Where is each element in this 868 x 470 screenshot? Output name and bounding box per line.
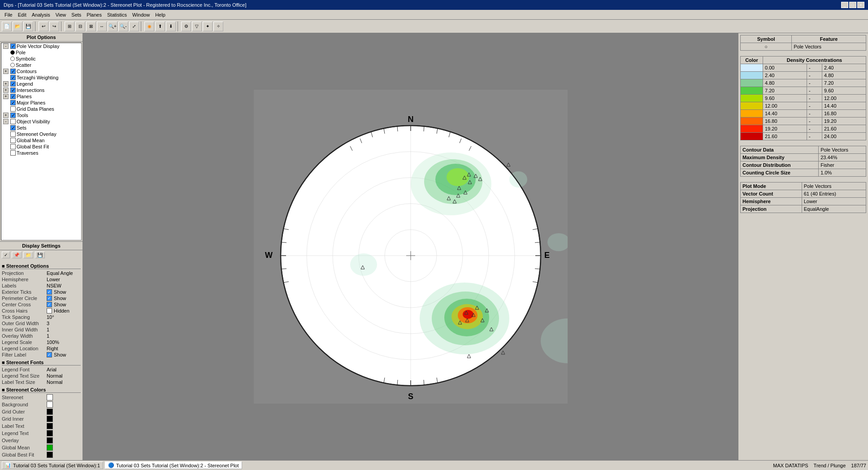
filter-btn[interactable]: ▽ xyxy=(192,22,202,31)
radio-scatter[interactable] xyxy=(10,63,15,67)
expander-object-visibility[interactable]: - xyxy=(3,119,9,124)
zoom-fit-button[interactable]: ⤢ xyxy=(129,22,139,31)
cb-contours[interactable]: ✓ xyxy=(10,69,16,74)
tree-item-intersections[interactable]: + ✓ Intersections xyxy=(1,87,81,93)
tree-item-scatter[interactable]: Scatter xyxy=(1,62,81,68)
menu-window[interactable]: Window xyxy=(130,11,152,18)
menu-view[interactable]: View xyxy=(53,11,69,18)
ds-pin-btn[interactable]: 📌 xyxy=(12,252,22,258)
tool-btn-2[interactable]: ✧ xyxy=(213,22,223,31)
radio-pole[interactable] xyxy=(10,50,15,55)
maximize-button[interactable]: □ xyxy=(849,2,856,8)
tree-item-sets[interactable]: ✓ Sets xyxy=(1,125,81,131)
view-btn-4[interactable]: ↔ xyxy=(97,22,107,31)
cb-legend[interactable]: ✓ xyxy=(10,81,16,87)
open-button[interactable]: 📂 xyxy=(13,22,22,31)
cb-global-best-fit[interactable] xyxy=(10,144,16,149)
zoom-out-button[interactable]: 🔍- xyxy=(118,22,128,31)
tree-item-global-best-fit[interactable]: Global Best Fit xyxy=(1,144,81,150)
ds-checkmark-btn[interactable]: ✓ xyxy=(2,252,10,258)
tab-set-window-1[interactable]: 📊 Tutorial 03 Sets Tutorial (Set Window)… xyxy=(2,461,103,469)
cb-terzaghi[interactable]: ✓ xyxy=(10,75,16,80)
tree-item-stereonet-overlay[interactable]: Stereonet Overlay xyxy=(1,131,81,137)
tree-item-symbolic[interactable]: Symbolic xyxy=(1,56,81,62)
view-btn-1[interactable]: ⊞ xyxy=(65,22,74,31)
cb-exterior-ticks[interactable]: ✓ xyxy=(47,289,52,295)
undo-button[interactable]: ↩ xyxy=(39,22,48,31)
tree-item-tools[interactable]: + ✓ Tools xyxy=(1,112,81,118)
cb-sets[interactable]: ✓ xyxy=(10,125,16,131)
swatch-legend-text[interactable] xyxy=(47,430,53,436)
color-wheel-button[interactable]: ◉ xyxy=(144,22,154,31)
swatch-global-mean[interactable] xyxy=(47,444,53,451)
expander-pole-vector[interactable]: - xyxy=(3,44,9,49)
menu-help[interactable]: Help xyxy=(152,11,168,18)
swatch-stereonet[interactable] xyxy=(47,394,53,400)
menu-statistics[interactable]: Statistics xyxy=(104,11,130,18)
cb-pole-vector[interactable]: ✓ xyxy=(10,44,16,49)
tree-item-object-visibility[interactable]: - Object Visibility xyxy=(1,118,81,125)
swatch-global-best-fit[interactable] xyxy=(47,452,53,458)
cb-center-cross[interactable]: ✓ xyxy=(47,302,52,307)
setting-labels-value: NSEW xyxy=(47,283,81,288)
ds-save-btn[interactable]: 💾 xyxy=(35,252,45,258)
display-settings-header: Display Settings xyxy=(0,241,82,250)
display-settings-toolbar: ✓ 📌 📁 💾 xyxy=(0,250,82,260)
tab-stereonet-plot[interactable]: 🔵 Tutorial 03 Sets Tutorial (Set Window)… xyxy=(105,461,242,469)
cb-stereonet-overlay[interactable] xyxy=(10,131,16,137)
density-row-3: 4.80 - 7.20 xyxy=(741,79,866,87)
swatch-label-text[interactable] xyxy=(47,423,53,429)
new-button[interactable]: 📄 xyxy=(2,22,12,31)
cb-object-visibility[interactable] xyxy=(10,119,16,124)
tree-item-traverses[interactable]: Traverses xyxy=(1,150,81,156)
cb-intersections[interactable]: ✓ xyxy=(10,87,16,93)
minimize-button[interactable]: _ xyxy=(841,2,848,8)
tree-item-grid-data-planes[interactable]: Grid Data Planes xyxy=(1,106,81,112)
swatch-grid-inner[interactable] xyxy=(47,416,53,422)
cb-cross-hairs[interactable] xyxy=(47,308,52,313)
swatch-overlay[interactable] xyxy=(47,437,53,444)
cb-filter-label[interactable]: ✓ xyxy=(47,352,52,357)
save-button[interactable]: 💾 xyxy=(23,22,33,31)
menu-analysis[interactable]: Analysis xyxy=(29,11,53,18)
setting-color-background-label: Background xyxy=(2,402,47,407)
cb-planes[interactable]: ✓ xyxy=(10,94,16,99)
density-color-9 xyxy=(741,125,763,133)
tree-item-major-planes[interactable]: ✓ Major Planes xyxy=(1,100,81,106)
menu-file[interactable]: File xyxy=(2,11,15,18)
cb-global-mean[interactable] xyxy=(10,138,16,143)
expander-planes[interactable]: + xyxy=(3,94,9,99)
ds-folder-btn[interactable]: 📁 xyxy=(23,252,33,258)
export-btn[interactable]: ⬆ xyxy=(155,22,165,31)
export-btn-2[interactable]: ⬇ xyxy=(166,22,176,31)
expander-legend[interactable]: + xyxy=(3,81,9,87)
view-btn-2[interactable]: ⊟ xyxy=(75,22,85,31)
tree-item-pole-vector-display[interactable]: - ✓ Pole Vector Display xyxy=(1,43,81,49)
tree-item-planes[interactable]: + ✓ Planes xyxy=(1,93,81,100)
settings-btn[interactable]: ⚙ xyxy=(181,22,191,31)
redo-button[interactable]: ↪ xyxy=(49,22,59,31)
cb-perimeter-circle[interactable]: ✓ xyxy=(47,296,52,301)
tree-item-global-mean[interactable]: Global Mean xyxy=(1,137,81,144)
tree-item-terzaghi[interactable]: ✓ Terzaghi Weighting xyxy=(1,74,81,81)
tree-item-contours[interactable]: + ✓ Contours xyxy=(1,68,81,74)
cb-tools[interactable]: ✓ xyxy=(10,113,16,118)
radio-symbolic[interactable] xyxy=(10,57,15,61)
expander-contours[interactable]: + xyxy=(3,69,9,74)
cb-traverses[interactable] xyxy=(10,150,16,156)
cb-grid-data-planes[interactable] xyxy=(10,106,16,112)
menu-planes[interactable]: Planes xyxy=(84,11,104,18)
menu-sets[interactable]: Sets xyxy=(69,11,84,18)
view-btn-3[interactable]: ⊠ xyxy=(86,22,96,31)
tree-item-pole[interactable]: Pole xyxy=(1,49,81,56)
cb-major-planes[interactable]: ✓ xyxy=(10,100,16,105)
menu-edit[interactable]: Edit xyxy=(15,11,29,18)
tree-item-legend[interactable]: + ✓ Legend xyxy=(1,81,81,87)
zoom-in-button[interactable]: 🔍+ xyxy=(108,22,117,31)
tool-btn[interactable]: ✦ xyxy=(203,22,213,31)
expander-tools[interactable]: + xyxy=(3,113,9,118)
expander-intersections[interactable]: + xyxy=(3,87,9,93)
swatch-background[interactable] xyxy=(47,401,53,408)
close-button[interactable]: × xyxy=(857,2,864,8)
swatch-grid-outer[interactable] xyxy=(47,409,53,415)
